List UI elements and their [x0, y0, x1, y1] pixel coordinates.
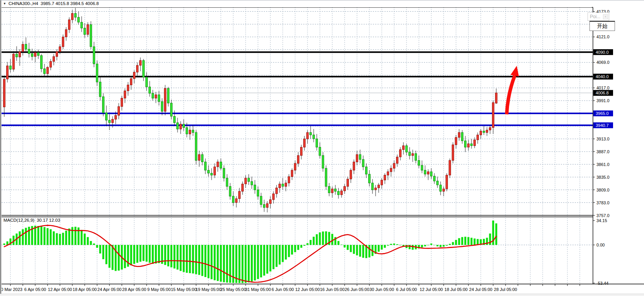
candle — [344, 184, 346, 193]
macd-bar — [452, 242, 454, 245]
indicator-popup: Poi... x — [588, 12, 609, 21]
candle — [41, 54, 43, 72]
candle — [208, 165, 210, 176]
macd-bar — [68, 229, 70, 245]
symbol-dropdown-icon[interactable]: ▼ — [3, 2, 6, 6]
candle — [118, 103, 120, 119]
candle — [167, 87, 169, 107]
macd-bar — [477, 239, 479, 245]
candle — [301, 145, 302, 159]
macd-bar — [359, 245, 361, 257]
macd-bar — [229, 245, 231, 283]
time-label: 18 Apr 05:00 — [73, 287, 97, 292]
macd-bar — [149, 245, 151, 263]
candle — [164, 85, 166, 116]
macd-bar — [38, 226, 39, 245]
candle — [53, 54, 55, 65]
price-label: 3861.0 — [596, 162, 610, 167]
macd-bar — [316, 234, 318, 245]
time-label: 16 Jun 05:00 — [320, 287, 345, 292]
macd-bar — [3, 243, 5, 245]
macd-bar — [288, 245, 290, 257]
macd-bar — [356, 245, 358, 255]
macd-bar — [137, 245, 138, 263]
candle — [396, 154, 398, 167]
candle — [171, 100, 173, 120]
candle — [455, 135, 457, 149]
price-label: 3757.0 — [596, 213, 610, 218]
macd-bar — [239, 245, 241, 283]
window-left-edge — [0, 0, 2, 296]
macd-bar — [198, 245, 200, 275]
macd-bar — [421, 245, 423, 248]
start-button[interactable]: 开始 — [589, 21, 615, 31]
macd-bar — [106, 245, 108, 264]
candle — [251, 176, 253, 189]
time-label: 12 Apr 05:00 — [48, 287, 72, 292]
macd-bar — [133, 245, 135, 264]
price-label: 3991.0 — [596, 98, 610, 103]
macd-bar — [495, 223, 497, 245]
macd-bar — [344, 245, 346, 248]
price-label: 4121.0 — [596, 34, 610, 39]
macd-bar — [140, 245, 142, 262]
price-axis[interactable]: 4173.04121.04069.04017.03991.03913.03887… — [593, 9, 613, 286]
macd-bar — [369, 245, 371, 257]
candle — [443, 186, 445, 196]
candle — [143, 59, 145, 81]
macd-bar — [102, 245, 104, 259]
time-label: 15 May 05:00 — [171, 287, 197, 292]
macd-bar — [202, 245, 203, 276]
candle — [307, 130, 309, 144]
macd-bar — [90, 241, 92, 245]
candle — [214, 163, 216, 178]
candle — [31, 49, 33, 60]
candle — [260, 193, 262, 207]
popup-title: Poi... — [588, 14, 603, 19]
time-label: 25 May 05:00 — [220, 287, 246, 292]
macd-bar — [390, 244, 392, 245]
time-axis[interactable]: 30 Mar 20236 Apr 05:0012 Apr 05:0018 Apr… — [0, 287, 517, 292]
candle — [353, 159, 355, 174]
chart-canvas[interactable]: 4173.04121.04069.04017.03991.03913.03887… — [0, 0, 644, 296]
close-icon[interactable]: x — [603, 14, 608, 19]
macd-bar — [152, 245, 154, 264]
candle — [152, 90, 154, 101]
price-label: 3809.0 — [596, 188, 610, 192]
macd-bar — [304, 245, 306, 246]
candle — [47, 66, 49, 76]
candle — [409, 147, 411, 159]
macd-bar — [214, 245, 216, 280]
macd-bar — [266, 245, 268, 274]
candle — [313, 129, 315, 142]
candle — [25, 38, 27, 52]
candle — [177, 118, 179, 132]
candle — [362, 156, 364, 170]
up-arrow-annotation[interactable] — [507, 66, 519, 114]
macd-bar — [294, 245, 296, 252]
candle — [226, 174, 228, 190]
macd-bar — [167, 245, 169, 266]
candle — [140, 58, 142, 72]
macd-bar — [62, 233, 64, 245]
time-label: 19 May 05:00 — [196, 287, 222, 292]
macd-bar — [424, 245, 426, 246]
price-badge-label: 4006.8 — [596, 91, 609, 95]
candle — [319, 142, 321, 159]
price-label: 3835.0 — [596, 175, 610, 180]
macd-bar — [384, 245, 386, 248]
macd-bar — [313, 237, 315, 245]
macd-bar — [378, 245, 380, 252]
candle — [291, 168, 293, 180]
macd-bar — [248, 245, 250, 282]
price-label: 4017.0 — [596, 86, 610, 90]
macd-bar — [251, 245, 253, 282]
candle — [310, 126, 312, 139]
macd-bar — [205, 245, 207, 277]
candle — [273, 191, 275, 204]
macd-bar — [319, 233, 321, 245]
macd-bar — [350, 245, 352, 252]
macd-bar — [183, 245, 185, 272]
macd-bar — [437, 245, 439, 246]
candle — [452, 142, 454, 164]
